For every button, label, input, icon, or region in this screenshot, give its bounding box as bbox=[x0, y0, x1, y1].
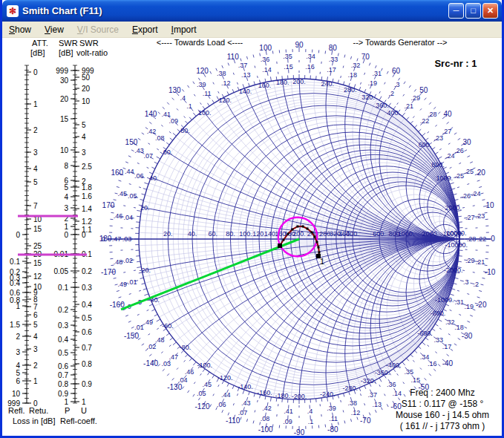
svg-text:0.2: 0.2 bbox=[58, 306, 68, 314]
svg-text:1: 1 bbox=[33, 100, 38, 108]
svg-text:5: 5 bbox=[64, 183, 68, 192]
svg-text:1000.: 1000. bbox=[436, 174, 453, 182]
mouse-impedance-readout: Mouse 160 - j 14.5 ohm bbox=[381, 410, 504, 421]
svg-text:.28: .28 bbox=[428, 111, 437, 118]
svg-text:-800.: -800. bbox=[431, 310, 446, 317]
svg-text:.1: .1 bbox=[308, 418, 314, 425]
title-bar[interactable]: ✻ Smith Chart (F11) ─ □ ✕ bbox=[2, 0, 502, 22]
svg-text:6: 6 bbox=[16, 377, 20, 385]
svg-text:200.: 200. bbox=[292, 78, 306, 85]
svg-text:-70: -70 bbox=[360, 416, 371, 425]
svg-text:.44: .44 bbox=[125, 168, 134, 175]
svg-text:150: 150 bbox=[125, 138, 138, 146]
svg-text:400.: 400. bbox=[387, 109, 400, 117]
svg-text:60: 60 bbox=[392, 67, 401, 75]
svg-text:0.8: 0.8 bbox=[58, 380, 68, 388]
maximize-button[interactable]: □ bbox=[465, 3, 481, 19]
svg-text:.09: .09 bbox=[169, 117, 179, 125]
s11-readout: S11 : 0.117 @ -158 ° bbox=[381, 399, 504, 410]
menu-item-vi-source[interactable]: V/I Source bbox=[71, 23, 125, 36]
svg-text:20: 20 bbox=[82, 85, 91, 93]
svg-text:1: 1 bbox=[33, 377, 38, 385]
svg-text:20.: 20. bbox=[163, 230, 173, 238]
svg-text:100.: 100. bbox=[239, 230, 252, 238]
svg-text:50: 50 bbox=[82, 73, 91, 82]
menu-item-view[interactable]: View bbox=[38, 23, 71, 36]
svg-text:.39: .39 bbox=[327, 405, 336, 412]
svg-text:.2: .2 bbox=[389, 90, 395, 97]
svg-text:7: 7 bbox=[33, 303, 38, 311]
svg-text:.32: .32 bbox=[445, 318, 455, 326]
svg-text:40: 40 bbox=[443, 110, 452, 118]
svg-text:1.8: 1.8 bbox=[82, 183, 92, 192]
svg-text:-280.: -280. bbox=[342, 385, 358, 392]
menu-item-import[interactable]: Import bbox=[165, 23, 203, 36]
svg-text:SWR: SWR bbox=[59, 39, 78, 48]
svg-text:ATT.: ATT. bbox=[32, 39, 48, 48]
svg-text:.21: .21 bbox=[476, 258, 485, 266]
trace-point-marker bbox=[314, 236, 316, 238]
svg-text:-180.: -180. bbox=[275, 392, 290, 399]
trace-marker-number: 1 bbox=[320, 257, 324, 266]
svg-text:.33: .33 bbox=[329, 56, 338, 63]
svg-text:0.4: 0.4 bbox=[10, 279, 20, 287]
svg-text:0.8: 0.8 bbox=[82, 360, 92, 368]
svg-text:-130: -130 bbox=[167, 383, 182, 391]
svg-text:-200.: -200. bbox=[292, 393, 307, 400]
svg-text:.41: .41 bbox=[161, 111, 171, 118]
svg-text:-100.: -100. bbox=[197, 362, 213, 369]
svg-text:0: 0 bbox=[491, 235, 495, 243]
svg-text:0.5: 0.5 bbox=[58, 349, 68, 357]
svg-text:120: 120 bbox=[196, 67, 209, 75]
svg-text:.24: .24 bbox=[445, 152, 455, 160]
trace-point-marker bbox=[318, 252, 321, 254]
svg-text:.4: .4 bbox=[180, 94, 186, 102]
svg-text:0.6: 0.6 bbox=[58, 362, 68, 370]
trace-point-marker bbox=[316, 241, 318, 243]
svg-text:60.: 60. bbox=[163, 148, 173, 156]
menu-item-export[interactable]: Export bbox=[125, 23, 165, 36]
svg-text:.41: .41 bbox=[284, 408, 293, 415]
svg-text:2000.: 2000. bbox=[422, 230, 439, 238]
svg-text:15: 15 bbox=[33, 225, 42, 233]
svg-text:10: 10 bbox=[60, 146, 69, 154]
close-button[interactable]: ✕ bbox=[482, 3, 498, 19]
svg-text:.49: .49 bbox=[143, 318, 153, 326]
minimize-button[interactable]: ─ bbox=[448, 3, 464, 19]
svg-text:.45: .45 bbox=[202, 381, 212, 388]
svg-text:3: 3 bbox=[64, 204, 68, 212]
svg-text:3: 3 bbox=[82, 148, 86, 157]
svg-text:-10000.: -10000. bbox=[445, 241, 468, 249]
svg-text:5: 5 bbox=[82, 121, 86, 129]
svg-text:.04: .04 bbox=[124, 214, 134, 221]
svg-text:5: 5 bbox=[33, 178, 38, 186]
svg-text:.08: .08 bbox=[261, 415, 270, 422]
svg-text:-2000.: -2000. bbox=[444, 267, 463, 274]
svg-text:110: 110 bbox=[227, 53, 239, 61]
svg-text:.26: .26 bbox=[461, 192, 471, 200]
svg-text:-170: -170 bbox=[101, 268, 116, 276]
svg-text:50: 50 bbox=[419, 86, 428, 94]
svg-text:.04: .04 bbox=[178, 376, 188, 384]
svg-text:25: 25 bbox=[33, 242, 42, 250]
svg-text:4: 4 bbox=[64, 193, 68, 201]
menu-item-show[interactable]: Show bbox=[2, 23, 38, 36]
trace-point-marker bbox=[318, 246, 320, 249]
svg-text:320.: 320. bbox=[361, 94, 375, 101]
svg-text:.19: .19 bbox=[464, 303, 474, 310]
svg-text:.36: .36 bbox=[261, 56, 270, 63]
svg-text:2: 2 bbox=[33, 126, 38, 134]
svg-text:0: 0 bbox=[64, 231, 68, 239]
svg-text:-100: -100 bbox=[258, 425, 273, 434]
svg-text:Refl-coeff.: Refl-coeff. bbox=[60, 416, 97, 425]
svg-text:.16: .16 bbox=[428, 360, 437, 367]
svg-text:20.: 20. bbox=[140, 204, 150, 212]
svg-text:0.3: 0.3 bbox=[82, 284, 92, 292]
svg-text:10: 10 bbox=[12, 390, 21, 398]
svg-text:800.: 800. bbox=[431, 161, 445, 169]
svg-text:.2: .2 bbox=[474, 281, 480, 288]
svg-text:600.: 600. bbox=[373, 230, 386, 238]
svg-text:.38: .38 bbox=[217, 70, 226, 77]
svg-text:-120: -120 bbox=[194, 402, 209, 411]
mouse-impedance-parallel-readout: ( 161 // - j 1773 ohm ) bbox=[381, 421, 504, 432]
